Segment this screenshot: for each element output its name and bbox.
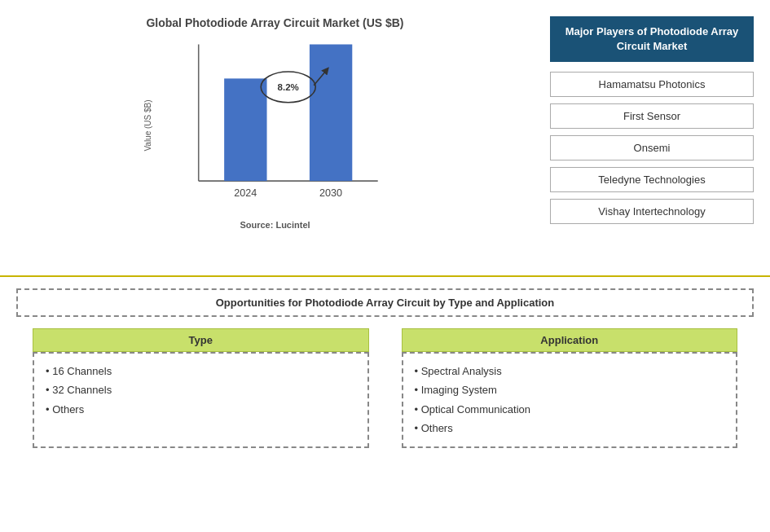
- type-column: Type 16 Channels 32 Channels Others: [33, 328, 369, 448]
- application-item-0: Spectral Analysis: [415, 362, 725, 380]
- player-item-2: Onsemi: [550, 135, 754, 160]
- application-column: Application Spectral Analysis Imaging Sy…: [402, 328, 738, 448]
- chart-wrapper: Value (US $B) 2024 2030 8.2%: [145, 36, 406, 215]
- type-item-1: 32 Channels: [46, 380, 356, 399]
- application-item-1: Imaging System: [415, 380, 725, 399]
- svg-text:2030: 2030: [319, 187, 342, 199]
- type-list-box: 16 Channels 32 Channels Others: [33, 352, 369, 448]
- players-area: Major Players of Photodiode Array Circui…: [542, 8, 770, 267]
- type-item-0: 16 Channels: [46, 362, 356, 380]
- bar-2024: [224, 78, 266, 181]
- main-container: Global Photodiode Array Circuit Market (…: [0, 0, 770, 532]
- y-axis-label: Value (US $B): [143, 99, 152, 151]
- player-item-0: Hamamatsu Photonics: [550, 72, 754, 97]
- application-list-box: Spectral Analysis Imaging System Optical…: [402, 352, 738, 448]
- player-item-4: Vishay Intertechnology: [550, 199, 754, 224]
- type-header: Type: [33, 328, 369, 352]
- bottom-section: Opportunities for Photodiode Array Circu…: [0, 277, 770, 532]
- players-title: Major Players of Photodiode Array Circui…: [550, 16, 754, 62]
- player-item-3: Teledyne Technologies: [550, 167, 754, 192]
- application-item-2: Optical Communication: [415, 400, 725, 419]
- application-header: Application: [402, 328, 738, 352]
- chart-area: Global Photodiode Array Circuit Market (…: [0, 8, 542, 267]
- application-item-3: Others: [415, 419, 725, 437]
- player-item-1: First Sensor: [550, 103, 754, 129]
- chart-svg: 2024 2030 8.2%: [145, 36, 406, 215]
- opportunities-title: Opportunities for Photodiode Array Circu…: [16, 288, 754, 317]
- source-label: Source: Lucintel: [240, 220, 310, 230]
- svg-text:8.2%: 8.2%: [277, 82, 298, 92]
- top-section: Global Photodiode Array Circuit Market (…: [0, 0, 770, 277]
- chart-title: Global Photodiode Array Circuit Market (…: [146, 16, 403, 29]
- svg-text:2024: 2024: [234, 187, 257, 199]
- opportunities-content: Type 16 Channels 32 Channels Others Appl…: [16, 328, 754, 448]
- bar-2030: [309, 44, 351, 181]
- type-item-2: Others: [46, 400, 356, 419]
